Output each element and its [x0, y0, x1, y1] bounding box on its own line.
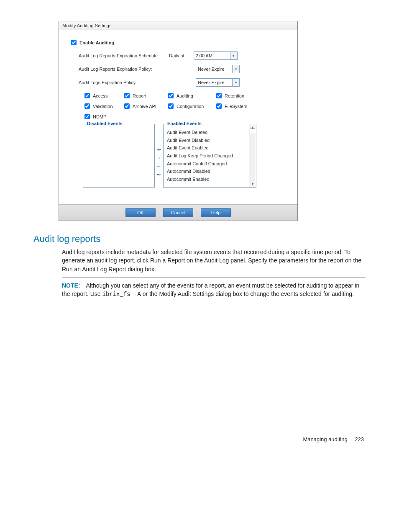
- cb-filesystem[interactable]: [216, 103, 222, 109]
- category-grid: Access Report Auditing Retention Validat…: [83, 92, 289, 121]
- cb-ndmp-label: NDMP: [93, 114, 106, 119]
- cb-report-label: Report: [133, 93, 146, 98]
- move-left-icon[interactable]: ←: [156, 163, 161, 169]
- cb-auditing-label: Auditing: [176, 93, 193, 98]
- schedule-time-value: 2:00 AM: [196, 53, 212, 58]
- disabled-events-list[interactable]: [83, 124, 154, 185]
- note-code: ibrix_fs -A: [102, 291, 141, 298]
- section-heading: Audit log reports: [33, 234, 366, 244]
- list-item[interactable]: Audit Event Deleted: [167, 129, 248, 136]
- cb-filesystem-label: FileSystem: [225, 104, 247, 109]
- cb-ndmp[interactable]: [84, 114, 90, 119]
- enable-auditing-label: Enable Auditing: [79, 40, 114, 45]
- footer-text: Managing auditing: [303, 436, 347, 442]
- list-item[interactable]: Audit Event Disabled: [167, 136, 248, 144]
- enabled-events-fieldset: Enabled Events Audit Event Deleted Audit…: [163, 124, 256, 188]
- move-all-right-icon[interactable]: ↠: [156, 146, 161, 152]
- page-footer: Managing auditing 223: [33, 436, 366, 442]
- note-label: NOTE:: [62, 282, 80, 289]
- list-item[interactable]: Autocommit Cooloff Changed: [167, 160, 248, 168]
- schedule-label: Audit Log Reports Expiration Schedule:: [79, 53, 166, 58]
- list-item[interactable]: Autocommit Disabled: [167, 167, 248, 175]
- reports-policy-value: Never Expire: [198, 67, 225, 72]
- cb-validation-label: Validation: [93, 104, 113, 109]
- list-item[interactable]: Autocommit Enabled: [167, 175, 248, 183]
- logs-policy-combo[interactable]: Never Expire ▾: [196, 78, 240, 87]
- move-all-left-icon[interactable]: ↞: [156, 172, 161, 177]
- note-box: NOTE:Although you can select any of the …: [62, 278, 366, 303]
- cb-configuration-label: Configuration: [176, 104, 204, 109]
- cb-archiveapi-label: Archive API: [133, 104, 156, 109]
- move-right-icon[interactable]: →: [156, 155, 161, 161]
- section-paragraph: Audit log reports include metadata for s…: [62, 248, 366, 273]
- cancel-button[interactable]: Cancel: [163, 208, 193, 217]
- list-item[interactable]: Audit Event Enabled: [167, 144, 248, 152]
- reports-policy-combo[interactable]: Never Expire ▾: [196, 65, 240, 73]
- enabled-events-legend: Enabled Events: [166, 121, 203, 126]
- help-button[interactable]: Help: [201, 208, 231, 217]
- cb-access-label: Access: [93, 93, 107, 98]
- cb-configuration[interactable]: [168, 103, 174, 109]
- logs-policy-value: Never Expire: [198, 80, 225, 85]
- modify-auditing-dialog: Modify Auditing Settings Enable Auditing…: [59, 21, 298, 221]
- mover-buttons: ↠ → ← ↞: [156, 136, 161, 188]
- disabled-events-legend: Disabled Events: [86, 121, 124, 126]
- schedule-time-combo[interactable]: 2:00 AM ▾: [194, 51, 238, 60]
- cb-access[interactable]: [84, 93, 90, 98]
- disabled-events-fieldset: Disabled Events: [83, 124, 155, 188]
- enabled-events-list[interactable]: Audit Event Deleted Audit Event Disabled…: [164, 124, 249, 185]
- cb-auditing[interactable]: [168, 93, 174, 98]
- scrollbar[interactable]: ▴ ▾: [249, 125, 256, 187]
- chevron-down-icon: ▾: [232, 65, 239, 73]
- ok-button[interactable]: OK: [125, 208, 156, 217]
- list-item[interactable]: Audit Log Keep Period Changed: [167, 152, 248, 160]
- enable-auditing-checkbox[interactable]: [71, 40, 77, 45]
- dialog-title: Modify Auditing Settings: [59, 21, 297, 30]
- cb-archiveapi[interactable]: [124, 103, 130, 109]
- cb-retention[interactable]: [216, 93, 222, 98]
- cb-report[interactable]: [124, 93, 130, 98]
- cb-validation[interactable]: [84, 103, 90, 109]
- daily-at-text: Daily at: [169, 53, 184, 58]
- cb-retention-label: Retention: [225, 93, 244, 98]
- scroll-down-icon[interactable]: ▾: [252, 182, 253, 186]
- chevron-down-icon: ▾: [232, 79, 239, 86]
- note-text-b: or the Modify Audit Settings dialog box …: [141, 290, 354, 297]
- chevron-down-icon: ▾: [230, 52, 237, 59]
- logs-policy-label: Audit Logs Expiration Policy:: [79, 80, 166, 85]
- scroll-thumb[interactable]: [250, 129, 255, 133]
- reports-policy-label: Audit Log Reports Expiration Policy:: [79, 67, 166, 72]
- dialog-footer: OK Cancel Help: [59, 204, 297, 221]
- page-number: 223: [355, 436, 364, 442]
